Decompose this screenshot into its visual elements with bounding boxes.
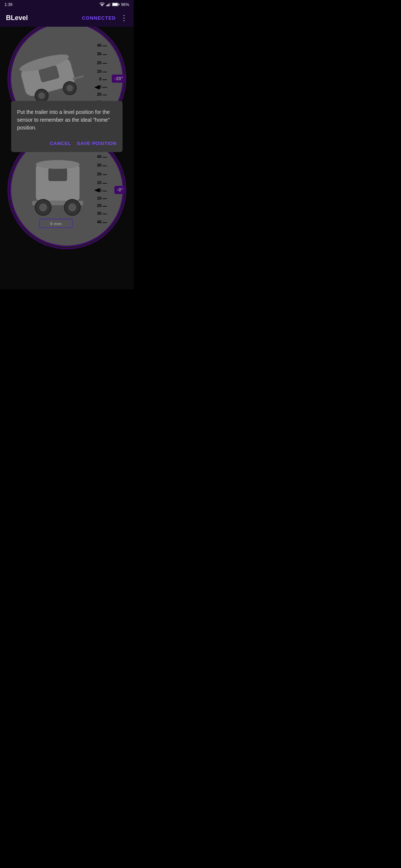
svg-rect-1 <box>106 5 107 6</box>
app-title: BLevel <box>6 14 28 22</box>
signal-icon <box>106 3 111 6</box>
dialog-buttons: CANCEL SAVE POSITION <box>17 139 117 148</box>
svg-rect-2 <box>107 4 108 6</box>
svg-rect-4 <box>110 3 110 6</box>
content-area: 40 30 20 10 0 10 20 <box>0 27 134 289</box>
cancel-button[interactable]: CANCEL <box>50 139 71 148</box>
dialog: Put the trailer into a level position fo… <box>11 101 123 152</box>
dialog-message: Put the trailer into a level position fo… <box>17 108 117 132</box>
svg-point-0 <box>102 6 102 6</box>
battery-icon <box>112 3 120 6</box>
connected-label: CONNECTED <box>82 15 116 21</box>
menu-icon[interactable]: ⋮ <box>120 13 128 22</box>
save-position-button[interactable]: SAVE POSITION <box>77 139 117 148</box>
status-time: 1:39 <box>4 2 12 7</box>
app-bar: BLevel CONNECTED ⋮ <box>0 9 134 27</box>
status-icons: 96% <box>100 2 129 7</box>
svg-rect-3 <box>108 4 109 6</box>
dialog-overlay: Put the trailer into a level position fo… <box>0 27 134 289</box>
app-bar-right: CONNECTED ⋮ <box>82 13 128 22</box>
wifi-icon <box>100 3 105 6</box>
status-bar: 1:39 96% <box>0 0 134 9</box>
svg-rect-6 <box>113 3 118 6</box>
svg-rect-7 <box>119 4 120 5</box>
battery-percent: 96% <box>121 2 129 7</box>
